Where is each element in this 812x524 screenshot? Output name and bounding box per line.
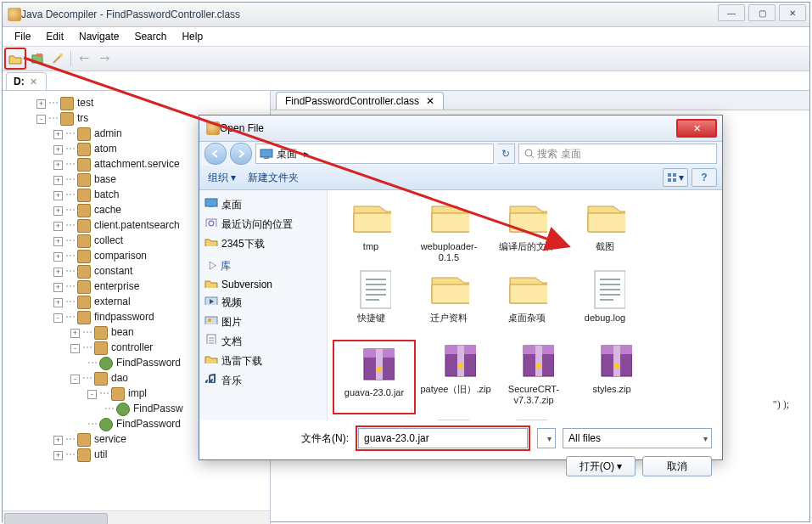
dialog-close-button[interactable]: ✕ (676, 119, 717, 138)
filter-label: All files (568, 432, 601, 444)
menu-edit[interactable]: Edit (39, 28, 70, 45)
nav-item[interactable]: 视频 (199, 293, 327, 313)
svg-point-16 (208, 318, 211, 322)
svg-rect-17 (207, 335, 216, 344)
nav-forward-button[interactable] (230, 143, 252, 165)
organize-menu[interactable]: 组织 ▾ (208, 171, 236, 185)
arrow-right-icon (236, 149, 246, 159)
file-item[interactable]: patyee（旧）.zip (417, 340, 494, 414)
menu-file[interactable]: File (8, 28, 37, 45)
file-item[interactable]: 迁户资料 (411, 268, 487, 336)
view-mode-button[interactable]: ▾ (663, 168, 688, 187)
minimize-button[interactable]: — (718, 4, 745, 21)
svg-point-2 (59, 54, 63, 57)
menu-search[interactable]: Search (127, 28, 173, 45)
svg-rect-10 (205, 199, 217, 206)
svg-rect-1 (36, 54, 42, 57)
window-title: Java Decompiler - FindPasswordController… (21, 8, 240, 20)
wand-icon (51, 52, 64, 65)
file-item[interactable]: 阿里云服务器.txt (411, 418, 487, 420)
dialog-icon (206, 121, 220, 135)
refresh-button[interactable]: ↻ (497, 144, 515, 164)
svg-rect-15 (205, 317, 217, 324)
nav-item[interactable]: 图片 (199, 313, 327, 332)
nav-header[interactable]: ▷ 库 (199, 254, 327, 276)
file-item[interactable]: tmp (333, 197, 409, 265)
editor-tab[interactable]: FindPasswordController.class✕ (276, 92, 444, 110)
svg-point-27 (458, 363, 463, 369)
nav-forward[interactable]: 🡒 (95, 49, 114, 68)
nav-item[interactable]: Subversion (199, 276, 327, 293)
crumb-text: 桌面 (273, 147, 300, 161)
toolbar-btn-3[interactable] (48, 49, 67, 68)
open-button[interactable]: 打开(O) ▾ (566, 456, 636, 476)
left-tab[interactable]: D:✕ (6, 72, 47, 90)
new-folder-button[interactable]: 新建文件夹 (248, 171, 299, 185)
toolbar-btn-2[interactable] (28, 49, 47, 68)
svg-point-23 (377, 367, 382, 372)
svg-rect-30 (535, 346, 542, 376)
filename-dropdown[interactable] (537, 428, 556, 448)
svg-point-31 (536, 363, 541, 369)
folder-color-icon (31, 52, 44, 65)
svg-point-5 (525, 149, 532, 156)
file-item[interactable]: 快捷键 (333, 268, 409, 336)
open-file-dialog: Open File ✕ 桌面▸ ↻ 搜索 桌面 组织 ▾ 新建文件夹 ▾ ? 桌… (199, 115, 723, 460)
help-button[interactable]: ? (692, 168, 717, 187)
file-item[interactable]: trsbean.jar (333, 418, 409, 420)
nav-item[interactable]: 2345下载 (199, 234, 327, 254)
nav-item[interactable]: 音乐 (199, 371, 327, 391)
nav-pane[interactable]: 桌面最近访问的位置2345下载▷ 库Subversion视频图片文档迅雷下载音乐 (199, 190, 328, 420)
svg-point-35 (614, 363, 619, 369)
nav-item[interactable]: 桌面 (199, 195, 327, 215)
svg-rect-4 (264, 157, 269, 159)
left-tab-label: D: (14, 76, 25, 87)
tree-node[interactable]: +⋯test (3, 96, 270, 111)
menu-navigate[interactable]: Navigate (72, 28, 126, 45)
nav-back-button[interactable] (204, 143, 227, 165)
file-item[interactable]: 奥凯登录账号与软件运行注意事项.txt (489, 418, 565, 420)
file-item[interactable]: SecureCRT-v7.3.7.zip (496, 340, 572, 414)
open-file-button[interactable] (4, 48, 26, 70)
file-item[interactable]: 截图 (567, 197, 643, 265)
file-item[interactable]: guava-23.0.jar (333, 340, 416, 414)
close-button[interactable]: ✕ (779, 4, 806, 21)
search-input[interactable]: 搜索 桌面 (518, 144, 717, 164)
h-scrollbar[interactable] (3, 510, 270, 524)
filename-input[interactable] (358, 428, 528, 448)
svg-rect-26 (457, 346, 464, 376)
svg-rect-11 (209, 206, 214, 207)
main-titlebar: Java Decompiler - FindPasswordController… (3, 3, 809, 27)
filename-label: 文件名(N): (301, 431, 349, 446)
svg-rect-3 (260, 149, 272, 157)
tab-close-icon[interactable]: ✕ (30, 76, 37, 87)
nav-item[interactable]: 迅雷下载 (199, 352, 327, 371)
nav-item[interactable]: 文档 (199, 332, 327, 352)
svg-rect-34 (613, 346, 620, 376)
nav-item[interactable]: 最近访问的位置 (199, 215, 327, 234)
desktop-icon (260, 148, 273, 160)
search-placeholder: 搜索 桌面 (537, 147, 580, 161)
grid-icon (667, 172, 679, 183)
file-item[interactable]: debug.log (567, 268, 643, 336)
file-item[interactable]: 桌面杂项 (489, 268, 565, 336)
file-item[interactable]: styles.zip (574, 340, 650, 414)
menu-help[interactable]: Help (175, 28, 210, 45)
svg-rect-22 (376, 349, 383, 380)
nav-back[interactable]: 🡐 (75, 49, 93, 68)
filter-select[interactable]: All files (563, 428, 712, 448)
breadcrumb[interactable]: 桌面▸ (255, 144, 494, 164)
arrow-left-icon (210, 149, 221, 159)
file-list[interactable]: tmpwebuploader-0.1.5编译后的文件截图快捷键迁户资料桌面杂项d… (328, 190, 722, 420)
cancel-button[interactable]: 取消 (642, 456, 712, 476)
app-icon (8, 8, 21, 21)
file-item[interactable]: 编译后的文件 (489, 197, 565, 265)
dialog-title: Open File (220, 122, 264, 134)
search-icon (524, 149, 535, 159)
tab-close-icon[interactable]: ✕ (426, 95, 434, 107)
toolbar: 🡐 🡒 (3, 47, 809, 71)
editor-tab-label: FindPasswordController.class (285, 95, 419, 107)
maximize-button[interactable]: ▢ (748, 4, 776, 21)
file-item[interactable]: webuploader-0.1.5 (411, 197, 487, 265)
svg-rect-8 (668, 178, 671, 182)
